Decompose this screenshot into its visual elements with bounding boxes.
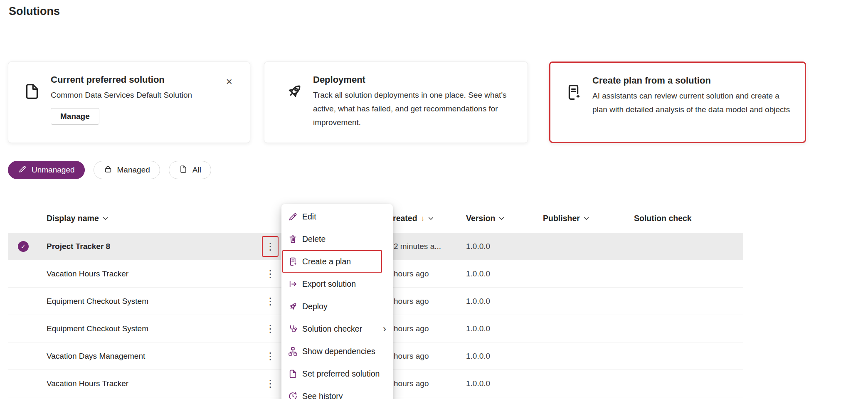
- delete-icon: [287, 234, 298, 245]
- card-title: Current preferred solution: [51, 74, 192, 85]
- card-description: Track all solution deployments in one pl…: [313, 88, 518, 129]
- stethoscope-icon: [287, 323, 298, 335]
- chevron-down-icon: [584, 217, 589, 220]
- edit-icon: [287, 211, 298, 222]
- context-menu: EditDeleteCreate a planExport solutionDe…: [281, 204, 393, 399]
- row-selected-checkbox[interactable]: ✓: [18, 241, 29, 252]
- row-version: 1.0.0.0: [458, 269, 535, 278]
- column-label: Publisher: [543, 214, 580, 223]
- card-description: AI assistants can review current solutio…: [592, 89, 795, 116]
- dependencies-icon: [287, 346, 298, 357]
- menu-item-label: Show dependencies: [302, 347, 375, 356]
- page-title: Solutions: [9, 5, 60, 18]
- export-icon: [287, 278, 298, 290]
- row-display-name: Vacation Hours Tracker: [39, 379, 254, 388]
- row-version: 1.0.0.0: [458, 242, 535, 251]
- row-version: 1.0.0.0: [458, 352, 535, 361]
- menu-item-label: Export solution: [302, 279, 356, 289]
- menu-item-label: Solution checker: [302, 324, 362, 334]
- menu-item-delete[interactable]: Delete: [281, 228, 393, 250]
- menu-item-see-history[interactable]: See history: [281, 385, 393, 399]
- card-title: Create plan from a solution: [592, 75, 795, 86]
- row-commands-button[interactable]: ⋮: [262, 264, 279, 284]
- create-plan-icon: [287, 256, 298, 267]
- row-display-name: Equipment Checkout System: [39, 324, 254, 333]
- filter-label: Unmanaged: [32, 165, 75, 175]
- filter-unmanaged[interactable]: Unmanaged: [8, 161, 85, 179]
- manage-button[interactable]: Manage: [51, 108, 99, 125]
- row-commands-button[interactable]: ⋮: [262, 346, 279, 367]
- filter-managed[interactable]: Managed: [94, 161, 160, 179]
- row-commands-button[interactable]: ⋮: [262, 236, 279, 257]
- column-label: Version: [466, 214, 495, 223]
- deployment-card[interactable]: Deployment Track all solution deployment…: [264, 62, 528, 143]
- row-version: 1.0.0.0: [458, 297, 535, 306]
- filter-label: All: [192, 165, 201, 175]
- chevron-down-icon: [428, 217, 434, 220]
- menu-item-solution-checker[interactable]: Solution checker›: [281, 318, 393, 340]
- submenu-chevron-icon: ›: [383, 324, 386, 334]
- row-version: 1.0.0.0: [458, 324, 535, 333]
- menu-item-edit[interactable]: Edit: [281, 205, 393, 228]
- current-preferred-solution-card: Current preferred solution Common Data S…: [8, 62, 250, 143]
- more-vertical-icon: ⋮: [265, 350, 275, 362]
- column-label: Display name: [47, 214, 99, 223]
- menu-item-show-dependencies[interactable]: Show dependencies: [281, 340, 393, 362]
- more-vertical-icon: ⋮: [265, 323, 275, 335]
- check-icon: ✓: [21, 243, 26, 250]
- filter-all[interactable]: All: [169, 161, 211, 179]
- more-vertical-icon: ⋮: [265, 296, 275, 307]
- more-vertical-icon: ⋮: [265, 378, 275, 389]
- chevron-down-icon: [499, 217, 504, 220]
- menu-item-label: Create a plan: [302, 257, 351, 266]
- row-display-name: Vacation Hours Tracker: [39, 269, 254, 278]
- menu-item-create-a-plan[interactable]: Create a plan: [281, 250, 393, 273]
- solution-filter-pills: Unmanaged Managed All: [8, 161, 211, 179]
- menu-item-label: Deploy: [302, 302, 328, 311]
- row-display-name: Project Tracker 8: [39, 242, 254, 251]
- sort-descending-icon: ↓: [421, 214, 425, 223]
- column-label: Solution check: [634, 214, 692, 223]
- chevron-down-icon: [103, 217, 108, 220]
- menu-item-export-solution[interactable]: Export solution: [281, 273, 393, 295]
- create-plan-icon: [564, 83, 583, 102]
- create-plan-from-solution-card[interactable]: Create plan from a solution AI assistant…: [549, 62, 806, 143]
- menu-item-label: Edit: [302, 212, 316, 222]
- menu-item-set-preferred-solution[interactable]: Set preferred solution: [281, 362, 393, 385]
- pencil-icon: [18, 165, 27, 176]
- row-display-name: Vacation Days Management: [39, 352, 254, 361]
- row-commands-button[interactable]: ⋮: [262, 291, 279, 312]
- row-version: 1.0.0.0: [458, 379, 535, 388]
- row-commands-button[interactable]: ⋮: [262, 318, 279, 339]
- menu-item-label: See history: [302, 392, 343, 399]
- solution-icon: [287, 368, 298, 379]
- rocket-icon: [287, 301, 298, 312]
- menu-item-label: Delete: [302, 234, 326, 244]
- column-header-solution-check[interactable]: Solution check: [626, 214, 743, 223]
- more-vertical-icon: ⋮: [265, 268, 275, 280]
- close-icon[interactable]: ×: [226, 76, 232, 87]
- solution-icon: [22, 82, 42, 101]
- card-title: Deployment: [313, 74, 518, 85]
- more-vertical-icon: ⋮: [265, 241, 275, 252]
- filter-label: Managed: [117, 165, 150, 175]
- row-commands-button[interactable]: ⋮: [262, 373, 279, 394]
- preferred-solution-name: Common Data Services Default Solution: [51, 88, 192, 102]
- solution-icon: [179, 165, 188, 176]
- column-header-publisher[interactable]: Publisher: [535, 214, 626, 223]
- column-header-version[interactable]: Version: [458, 214, 535, 223]
- row-display-name: Equipment Checkout System: [39, 297, 254, 306]
- column-header-display-name[interactable]: Display name: [39, 214, 254, 223]
- history-icon: [287, 391, 298, 399]
- menu-item-deploy[interactable]: Deploy: [281, 295, 393, 318]
- rocket-icon: [285, 82, 304, 101]
- menu-item-label: Set preferred solution: [302, 369, 380, 379]
- lock-icon: [104, 165, 113, 176]
